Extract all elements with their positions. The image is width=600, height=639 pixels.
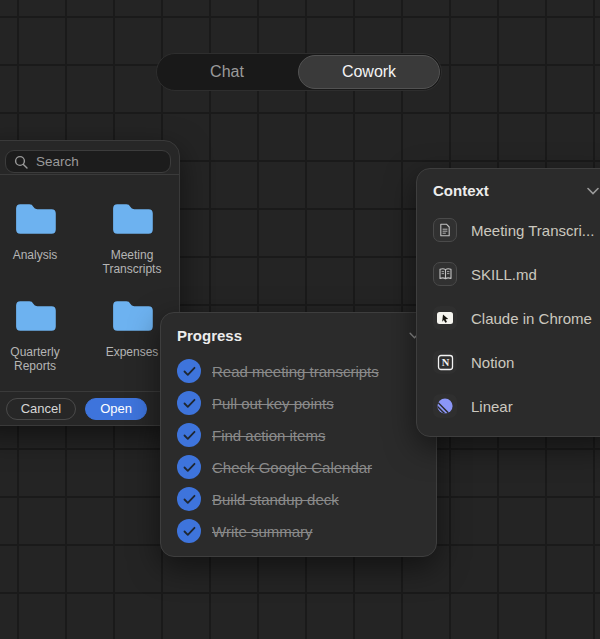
progress-header: Progress	[177, 327, 420, 344]
context-item-notion[interactable]: N Notion	[433, 340, 599, 384]
divider	[0, 174, 179, 175]
folder-icon	[111, 201, 153, 239]
task-label: Check Google Calendar	[212, 459, 372, 476]
context-item-label: SKILL.md	[471, 266, 537, 283]
task-label: Write summary	[212, 523, 313, 540]
context-panel: Context Meeting Transcri... SKILL.md	[416, 168, 600, 437]
context-item-label: Claude in Chrome	[471, 310, 592, 327]
context-item-meeting-transcript[interactable]: Meeting Transcri...	[433, 208, 599, 252]
task-row: Build standup deck	[177, 483, 420, 515]
context-item-label: Notion	[471, 354, 514, 371]
search-icon	[14, 155, 28, 169]
context-item-label: Linear	[471, 398, 513, 415]
folder-icon	[14, 298, 56, 336]
document-icon	[433, 218, 457, 242]
folder-label: Quarterly Reports	[1, 346, 69, 373]
open-button[interactable]: Open	[85, 398, 147, 420]
folder-meeting-transcripts[interactable]: Meeting Transcripts	[98, 201, 166, 276]
context-item-claude-in-chrome[interactable]: Claude in Chrome	[433, 296, 599, 340]
check-icon[interactable]	[177, 487, 201, 511]
tab-cowork[interactable]: Cowork	[298, 55, 440, 89]
folder-icon	[14, 201, 56, 239]
task-row: Find action items	[177, 419, 420, 451]
context-item-label: Meeting Transcri...	[471, 222, 594, 239]
context-title: Context	[433, 182, 489, 199]
context-header: Context	[433, 182, 599, 199]
context-item-linear[interactable]: Linear	[433, 384, 599, 428]
task-row: Write summary	[177, 515, 420, 547]
linear-icon	[433, 394, 457, 418]
chevron-down-icon[interactable]	[587, 187, 599, 195]
folder-icon	[111, 298, 153, 336]
check-icon[interactable]	[177, 423, 201, 447]
book-icon	[433, 262, 457, 286]
task-label: Pull out key points	[212, 395, 334, 412]
folder-grid: Analysis Meeting Transcripts Quarterly R…	[1, 201, 171, 373]
tab-chat[interactable]: Chat	[157, 55, 297, 89]
cowork-canvas: Chat Cowork Analysis Meeting Transcripts	[0, 0, 600, 639]
task-label: Read meeting transcripts	[212, 363, 379, 380]
folder-label: Expenses	[106, 346, 159, 360]
task-label: Find action items	[212, 427, 325, 444]
task-list: Read meeting transcripts Pull out key po…	[177, 355, 420, 547]
folder-expenses[interactable]: Expenses	[98, 298, 166, 373]
claude-chrome-icon	[433, 306, 457, 330]
task-row: Check Google Calendar	[177, 451, 420, 483]
check-icon[interactable]	[177, 455, 201, 479]
folder-label: Meeting Transcripts	[98, 249, 166, 276]
notion-icon: N	[433, 350, 457, 374]
cancel-button[interactable]: Cancel	[6, 398, 76, 420]
progress-panel: Progress Read meeting transcripts Pull o…	[160, 312, 437, 557]
check-icon[interactable]	[177, 359, 201, 383]
mode-toggle: Chat Cowork	[156, 53, 442, 91]
dialog-footer: Cancel Open	[0, 392, 179, 425]
check-icon[interactable]	[177, 391, 201, 415]
file-picker-dialog: Analysis Meeting Transcripts Quarterly R…	[0, 140, 180, 426]
task-row: Read meeting transcripts	[177, 355, 420, 387]
context-list: Meeting Transcri... SKILL.md Claude in C…	[433, 208, 599, 428]
check-icon[interactable]	[177, 519, 201, 543]
search-bar	[5, 150, 171, 173]
task-label: Build standup deck	[212, 491, 339, 508]
folder-analysis[interactable]: Analysis	[1, 201, 69, 276]
search-input[interactable]	[34, 153, 162, 170]
progress-title: Progress	[177, 327, 242, 344]
folder-quarterly-reports[interactable]: Quarterly Reports	[1, 298, 69, 373]
context-item-skill-md[interactable]: SKILL.md	[433, 252, 599, 296]
svg-text:N: N	[441, 357, 449, 368]
task-row: Pull out key points	[177, 387, 420, 419]
folder-label: Analysis	[13, 249, 58, 263]
